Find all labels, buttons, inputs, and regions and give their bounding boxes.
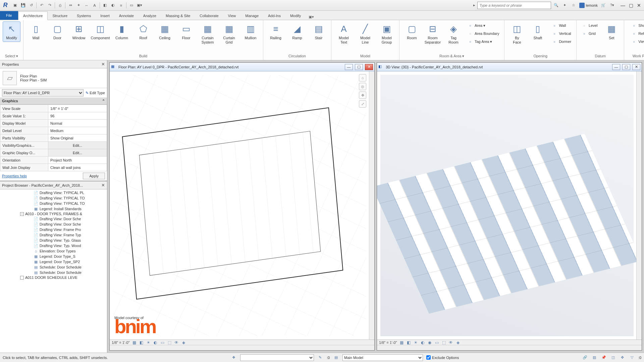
sun-path-icon[interactable]: ☀ [413, 340, 418, 345]
maximize-button[interactable]: ▢ [628, 3, 634, 8]
scrollbar-horizontal[interactable] [110, 345, 374, 350]
tab-modify[interactable]: Modify [285, 12, 306, 20]
detail-level-icon[interactable]: ▦ [399, 340, 404, 345]
floor-plan-canvas[interactable]: ⌂◎✥⤢ Model courtesy of bnim [110, 71, 374, 340]
prop-value[interactable]: 1/8" = 1'-0" [48, 105, 107, 112]
tab-analyze[interactable]: Analyze [139, 12, 161, 20]
view-scale[interactable]: 1/8" = 1'-0" [379, 341, 397, 345]
section-icon[interactable]: ◐ [110, 2, 116, 8]
tree-node[interactable]: A011 DOOR SCHEDULE LEVE [0, 275, 107, 280]
workset-dropdown[interactable] [240, 354, 314, 361]
save-icon[interactable]: 💾 [20, 2, 26, 8]
tree-node[interactable]: 📄Drafting View: TYPICAL TO [0, 201, 107, 206]
build-door-button[interactable]: ▢Door [48, 21, 67, 42]
project-browser-tree[interactable]: 📄Drafting View: TYPICAL PL📄Drafting View… [0, 189, 107, 353]
prop-value[interactable]: Show Original [48, 134, 107, 142]
modify-button[interactable]: ↖Modify [3, 21, 20, 42]
select-pinned-icon[interactable]: 📌 [601, 355, 607, 361]
model-model-text-button[interactable]: AModelText [334, 21, 354, 46]
navigation-bar[interactable]: ⌂◎✥⤢ [358, 74, 367, 108]
prop-value[interactable]: Clean all wall joins [48, 164, 107, 171]
scrollbar-horizontal[interactable] [377, 345, 642, 350]
reveal-icon[interactable]: ◈ [455, 340, 461, 345]
open-icon[interactable]: ▣ [12, 2, 18, 8]
select-panel-label[interactable]: Select ▾ [3, 53, 20, 59]
browser-close-icon[interactable]: ✕ [101, 183, 105, 188]
sync-icon[interactable]: ↺ [28, 2, 34, 8]
select-links-icon[interactable]: 🔗 [582, 355, 588, 361]
tree-node[interactable]: 📄Drafting View: Door Sche [0, 222, 107, 227]
tree-node[interactable]: 📄Drafting View: Typ. Glass [0, 238, 107, 243]
room-tag-area--button[interactable]: ▫Tag Area ▾ [465, 38, 501, 46]
instance-selector[interactable]: Floor Plan: AY Level 0_DPR [2, 89, 84, 97]
datum-set-button[interactable]: ▦Set [602, 21, 621, 42]
view-maximize-button[interactable]: ▢ [622, 64, 630, 70]
tab-collaborate[interactable]: Collaborate [195, 12, 223, 20]
detail-level-icon[interactable]: ▦ [132, 340, 137, 345]
tree-node[interactable]: ▦Legend: Install Standards [0, 206, 107, 212]
search-input[interactable] [477, 2, 551, 9]
properties-close-icon[interactable]: ✕ [101, 62, 105, 67]
properties-help-link[interactable]: Properties help [2, 174, 27, 178]
room-tag-room-button[interactable]: ◈TagRoom [444, 21, 463, 46]
hide-isolate-icon[interactable]: 👁 [174, 340, 179, 345]
opening-shaft-button[interactable]: ▯Shaft [528, 21, 547, 46]
apply-button[interactable]: Apply [83, 173, 105, 179]
crop-region-icon[interactable]: ⬚ [167, 340, 172, 345]
build-curtain-system-button[interactable]: ▦CurtainSystem [198, 21, 217, 46]
hide-isolate-icon[interactable]: 👁 [448, 340, 453, 345]
view-maximize-button[interactable]: ▢ [355, 64, 363, 70]
prop-value[interactable]: Normal [48, 120, 107, 127]
search-icon[interactable]: 🔍 [553, 2, 559, 8]
visual-style-icon[interactable]: ◧ [406, 340, 411, 345]
design-option-dropdown[interactable]: Main Model [342, 354, 423, 361]
tab-insert[interactable]: Insert [96, 12, 114, 20]
opening-dormer-button[interactable]: ▫Dormer [549, 38, 574, 46]
workset-icon[interactable]: ❖ [231, 355, 237, 361]
crop-region-icon[interactable]: ⬚ [441, 340, 446, 345]
tab-addins[interactable]: Add-Ins [263, 12, 285, 20]
measure-icon[interactable]: ⇔ [67, 2, 73, 8]
tree-twisty-icon[interactable] [20, 276, 24, 280]
datum-level-button[interactable]: ▫Level [579, 21, 600, 29]
help-icon[interactable]: ?▾ [609, 2, 615, 8]
3d-icon[interactable]: ◧ [102, 2, 108, 8]
crop-icon[interactable]: ▭ [434, 340, 439, 345]
favorite-icon[interactable]: ☆ [571, 2, 577, 8]
tree-node[interactable]: 📄Drafting View: Door Sche [0, 216, 107, 222]
room-area-boundary-button[interactable]: ▫Area Boundary [465, 29, 501, 38]
zoom-icon[interactable]: ⤢ [359, 100, 366, 108]
tree-node[interactable]: ▤Schedule: Door Schedule [0, 270, 107, 275]
edit-type-button[interactable]: ✎ Edit Type [86, 91, 105, 95]
user-account[interactable]: lemonk [579, 3, 598, 8]
build-component-button[interactable]: ◫Component [91, 21, 110, 42]
reveal-icon[interactable]: ◈ [181, 340, 186, 345]
prop-value[interactable]: 96 [48, 112, 107, 120]
select-underlay-icon[interactable]: ▨ [591, 355, 597, 361]
prop-value[interactable]: Project North [48, 157, 107, 164]
category-header[interactable]: Graphics⌃ [0, 98, 107, 105]
view-close-button[interactable]: ✕ [365, 64, 373, 70]
workplane-show-button[interactable]: ▫Show [629, 21, 644, 29]
tab-view[interactable]: View [223, 12, 241, 20]
circ-ramp-button[interactable]: ◢Ramp [287, 21, 307, 42]
opening-wall-button[interactable]: ▫Wall [549, 21, 574, 29]
close-button[interactable]: ✕ [636, 3, 642, 8]
shadows-icon[interactable]: ◐ [420, 340, 425, 345]
print-icon[interactable]: ⎙ [57, 2, 63, 8]
build-window-button[interactable]: ⊞Window [69, 21, 89, 42]
room-area-panel-label[interactable]: Room & Area ▾ [402, 53, 501, 59]
align-icon[interactable]: ✶ [75, 2, 82, 8]
tree-twisty-icon[interactable]: − [20, 212, 24, 216]
build-column-button[interactable]: ▮Column [112, 21, 131, 42]
tab-architecture[interactable]: Architecture [18, 11, 48, 20]
scrollbar-vertical[interactable] [369, 71, 374, 340]
tree-node[interactable]: 📄Drafting View: TYPICAL TO [0, 195, 107, 201]
model-model-group-button[interactable]: ▣ModelGroup [377, 21, 396, 46]
room-room-separator-button[interactable]: ⊟RoomSeparator [423, 21, 442, 46]
render-icon[interactable]: ◉ [427, 340, 432, 345]
tree-node[interactable]: −A010 - DOOR TYPES, FRAMES & [0, 212, 107, 216]
prop-value[interactable]: Medium [48, 127, 107, 134]
visual-style-icon[interactable]: ◧ [139, 340, 144, 345]
text-icon[interactable]: A [92, 2, 98, 8]
